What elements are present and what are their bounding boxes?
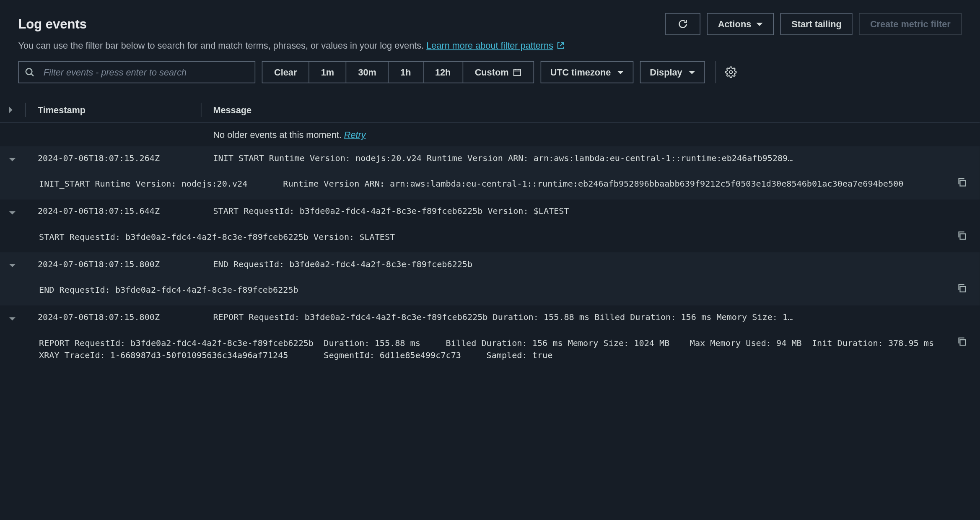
chevron-down-icon (9, 264, 16, 267)
copy-icon (957, 177, 967, 187)
page-title: Log events (18, 17, 87, 32)
custom-label: Custom (475, 67, 509, 78)
log-timestamp: 2024-07-06T18:07:15.264Z (26, 153, 202, 163)
expand-toggle[interactable] (0, 312, 26, 322)
log-detail-text: START RequestId: b3fde0a2-fdc4-4a2f-8c3e… (39, 230, 968, 243)
range-1m-button[interactable]: 1m (309, 62, 347, 83)
chevron-down-icon (9, 317, 16, 320)
log-detail-text: INIT_START Runtime Version: nodejs:20.v2… (39, 177, 968, 190)
chevron-right-icon (9, 107, 13, 113)
log-events-table: Timestamp Message No older events at thi… (0, 98, 980, 371)
expand-toggle[interactable] (0, 153, 26, 163)
log-row-detail: END RequestId: b3fde0a2-fdc4-4a2f-8c3e-f… (0, 276, 980, 305)
range-1h-button[interactable]: 1h (389, 62, 423, 83)
actions-label: Actions (718, 19, 752, 29)
log-detail-text: REPORT RequestId: b3fde0a2-fdc4-4a2f-8c3… (39, 336, 968, 361)
chevron-down-icon (617, 70, 624, 74)
copy-icon (957, 283, 967, 293)
range-12h-button[interactable]: 12h (423, 62, 463, 83)
svg-point-2 (729, 71, 732, 74)
no-older-row: No older events at this moment. Retry (0, 123, 980, 146)
create-metric-filter-button: Create metric filter (859, 13, 962, 35)
col-header-message: Message (202, 105, 980, 115)
col-header-timestamp: Timestamp (26, 103, 202, 117)
time-filter-group: Clear 1m 30m 1h 12h Custom (262, 61, 534, 83)
svg-point-0 (26, 68, 32, 75)
description-text: You can use the filter bar below to sear… (18, 40, 426, 51)
log-timestamp: 2024-07-06T18:07:15.800Z (26, 312, 202, 322)
range-30m-button[interactable]: 30m (347, 62, 389, 83)
refresh-button[interactable] (665, 13, 700, 35)
settings-button[interactable] (716, 61, 737, 83)
chevron-down-icon (757, 22, 763, 26)
gear-icon (725, 66, 737, 78)
expand-all-toggle[interactable] (0, 103, 26, 117)
svg-rect-6 (960, 339, 965, 345)
log-message: REPORT RequestId: b3fde0a2-fdc4-4a2f-8c3… (202, 312, 980, 322)
table-row: 2024-07-06T18:07:15.264ZINIT_START Runti… (0, 146, 980, 199)
log-row-detail: INIT_START Runtime Version: nodejs:20.v2… (0, 170, 980, 200)
copy-button[interactable] (957, 230, 967, 240)
copy-button[interactable] (957, 336, 967, 346)
chevron-down-icon (9, 158, 16, 161)
learn-more-link[interactable]: Learn more about filter patterns (426, 40, 565, 51)
learn-more-text: Learn more about filter patterns (426, 40, 553, 51)
log-row-detail: REPORT RequestId: b3fde0a2-fdc4-4a2f-8c3… (0, 329, 980, 371)
copy-button[interactable] (957, 177, 967, 187)
table-row: 2024-07-06T18:07:15.800ZREPORT RequestId… (0, 305, 980, 371)
svg-rect-5 (960, 286, 965, 292)
log-message: INIT_START Runtime Version: nodejs:20.v2… (202, 153, 980, 163)
external-link-icon (556, 40, 565, 51)
copy-icon (957, 336, 967, 346)
custom-range-button[interactable]: Custom (463, 62, 534, 83)
search-icon (25, 67, 34, 77)
retry-link[interactable]: Retry (344, 129, 366, 140)
log-row-summary[interactable]: 2024-07-06T18:07:15.800ZREPORT RequestId… (0, 305, 980, 329)
page-description: You can use the filter bar below to sear… (18, 40, 962, 51)
clear-button[interactable]: Clear (262, 62, 309, 83)
log-timestamp: 2024-07-06T18:07:15.800Z (26, 259, 202, 269)
log-timestamp: 2024-07-06T18:07:15.644Z (26, 206, 202, 216)
copy-button[interactable] (957, 283, 967, 293)
svg-rect-3 (960, 180, 965, 186)
log-row-summary[interactable]: 2024-07-06T18:07:15.264ZINIT_START Runti… (0, 146, 980, 170)
expand-toggle[interactable] (0, 259, 26, 269)
start-tailing-label: Start tailing (791, 19, 841, 29)
calendar-icon (513, 68, 522, 77)
log-message: START RequestId: b3fde0a2-fdc4-4a2f-8c3e… (202, 206, 980, 216)
refresh-icon (678, 19, 688, 29)
search-wrap (18, 61, 255, 83)
actions-button[interactable]: Actions (707, 13, 774, 35)
header-actions: Actions Start tailing Create metric filt… (665, 13, 962, 35)
timezone-dropdown[interactable]: UTC timezone (540, 61, 633, 83)
timezone-label: UTC timezone (550, 67, 611, 78)
svg-rect-4 (960, 234, 965, 239)
log-row-summary[interactable]: 2024-07-06T18:07:15.644ZSTART RequestId:… (0, 199, 980, 223)
svg-rect-1 (513, 69, 520, 75)
search-input[interactable] (18, 61, 255, 83)
log-row-summary[interactable]: 2024-07-06T18:07:15.800ZEND RequestId: b… (0, 252, 980, 276)
table-header: Timestamp Message (0, 98, 980, 123)
log-detail-text: END RequestId: b3fde0a2-fdc4-4a2f-8c3e-f… (39, 283, 968, 296)
toolbar: Clear 1m 30m 1h 12h Custom UTC timezone … (18, 61, 962, 83)
log-message: END RequestId: b3fde0a2-fdc4-4a2f-8c3e-f… (202, 259, 980, 269)
copy-icon (957, 230, 967, 240)
no-older-text: No older events at this moment. (213, 129, 344, 140)
chevron-down-icon (9, 211, 16, 214)
table-row: 2024-07-06T18:07:15.800ZEND RequestId: b… (0, 252, 980, 305)
start-tailing-button[interactable]: Start tailing (780, 13, 853, 35)
expand-toggle[interactable] (0, 206, 26, 216)
chevron-down-icon (689, 70, 695, 74)
create-metric-filter-label: Create metric filter (870, 19, 951, 29)
display-dropdown[interactable]: Display (640, 61, 705, 83)
table-row: 2024-07-06T18:07:15.644ZSTART RequestId:… (0, 199, 980, 252)
display-label: Display (650, 67, 682, 78)
log-row-detail: START RequestId: b3fde0a2-fdc4-4a2f-8c3e… (0, 223, 980, 252)
